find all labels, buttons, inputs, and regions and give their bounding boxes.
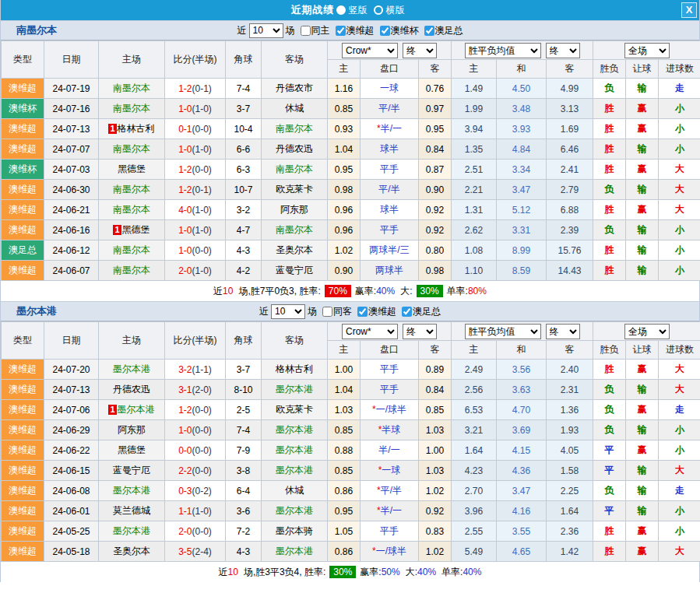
home-team-name: 蓝曼宁厄 bbox=[113, 465, 150, 475]
goals-result-cell: 小 bbox=[659, 261, 700, 281]
league-filter[interactable]: 澳维超 bbox=[330, 24, 375, 37]
col-home-header: 主场 bbox=[99, 41, 165, 79]
away-team-name: 阿东那 bbox=[280, 204, 308, 215]
win-avg-cell: 6.53 bbox=[452, 400, 497, 420]
odds-away-subheader: 客 bbox=[419, 60, 452, 79]
matches-table: 类型日期主场比分(半场)角球客场Crow*终胜平负均值终全场主盘口客主和客胜负让… bbox=[1, 40, 700, 281]
summary-segment: 40% bbox=[417, 567, 436, 577]
horizontal-layout-label[interactable]: 横版 bbox=[386, 4, 405, 17]
away-team-name: 墨尔本港 bbox=[276, 444, 313, 455]
wdl-state-select[interactable]: 终 bbox=[546, 43, 580, 58]
summary-segment: 30% bbox=[329, 566, 356, 578]
home-team-name: 南墨尔本 bbox=[113, 204, 150, 215]
home-team-name: 墨尔本港 bbox=[113, 363, 150, 374]
goals-result-cell: 走 bbox=[659, 79, 700, 99]
odds-source-select[interactable]: Crow* bbox=[342, 324, 398, 339]
corner-cell: 7-2 bbox=[226, 521, 262, 542]
summary-segment: 50% bbox=[382, 567, 400, 577]
league-type-cell: 澳足总 bbox=[2, 240, 44, 261]
handicap-name: 平手 bbox=[380, 525, 399, 536]
handicap-cell: 平/半 bbox=[361, 180, 419, 200]
full-score: 1-0 bbox=[178, 245, 192, 256]
league-filter[interactable]: 澳维超 bbox=[352, 305, 396, 318]
away-team-name: 墨尔本港 bbox=[276, 465, 313, 475]
away-odds-cell: 0.92 bbox=[419, 200, 452, 220]
matches-table: 类型日期主场比分(半场)角球客场Crow*终胜平负均值终全场主盘口客主和客胜负让… bbox=[1, 321, 700, 562]
league-filter[interactable]: 澳足总 bbox=[396, 305, 441, 318]
close-icon[interactable]: X bbox=[681, 2, 697, 18]
away-team-name: 休城 bbox=[285, 485, 304, 496]
draw-avg-cell: 3.34 bbox=[497, 160, 547, 180]
wdl-home-subheader: 主 bbox=[452, 60, 497, 79]
scope-select[interactable]: 全场 bbox=[624, 324, 670, 339]
score-cell: 2-0(0-0) bbox=[165, 521, 226, 542]
handicap-cell: *平/半 bbox=[361, 481, 419, 501]
date-cell: 24-07-06 bbox=[44, 400, 99, 420]
handicap-result-cell: 输 bbox=[626, 79, 659, 99]
date-cell: 24-06-15 bbox=[44, 461, 99, 481]
away-team-cell: 欧克莱卡 bbox=[262, 180, 328, 200]
home-team-cell: 丹德农迅 bbox=[99, 380, 165, 400]
draw-avg-cell: 4.15 bbox=[497, 440, 547, 461]
win-avg-cell: 1.49 bbox=[452, 79, 497, 99]
wdl-source-select[interactable]: 胜平负均值 bbox=[465, 43, 541, 58]
match-row: 澳维超24-07-13丹德农迅3-1(2-0)8-10墨尔本港1.04平手0.8… bbox=[2, 380, 700, 400]
summary-segment: 赢率: bbox=[355, 285, 376, 298]
win-avg-cell: 1.35 bbox=[452, 139, 497, 160]
odds-state-select[interactable]: 终 bbox=[403, 324, 437, 339]
handicap-cell: *一/球半 bbox=[361, 542, 419, 562]
recent-count-select[interactable]: 10 bbox=[249, 23, 283, 38]
league-checkbox[interactable] bbox=[380, 26, 390, 36]
league-filter[interactable]: 澳维杯 bbox=[375, 24, 419, 37]
handicap-name: 平手 bbox=[380, 363, 399, 374]
goals-result-cell: 小 bbox=[659, 521, 700, 542]
league-checkbox[interactable] bbox=[336, 26, 346, 36]
half-score: (1-0) bbox=[192, 104, 212, 114]
lose-avg-cell: 3.13 bbox=[547, 99, 593, 119]
home-odds-cell: 1.03 bbox=[328, 400, 361, 420]
corner-cell: 8-10 bbox=[226, 380, 262, 400]
games-label: 场 bbox=[308, 305, 317, 318]
goals-result-cell: 大 bbox=[659, 180, 700, 200]
wdl-source-select[interactable]: 胜平负均值 bbox=[465, 324, 541, 339]
lose-avg-cell: 4.99 bbox=[547, 79, 593, 99]
goals-result-cell: 小 bbox=[659, 119, 700, 139]
same-venue-filter[interactable]: 同客 bbox=[317, 305, 352, 318]
corner-cell: 4-3 bbox=[226, 542, 262, 562]
win-avg-cell: 1.10 bbox=[452, 261, 497, 281]
same-venue-checkbox[interactable] bbox=[301, 26, 311, 36]
col-date-header: 日期 bbox=[44, 41, 99, 79]
score-cell: 1-0(0-0) bbox=[165, 420, 226, 440]
full-score: 1-2 bbox=[178, 405, 192, 416]
red-card-badge: 1 bbox=[108, 124, 116, 134]
odds-state-select[interactable]: 终 bbox=[403, 43, 437, 58]
win-avg-cell: 3.94 bbox=[452, 119, 497, 139]
recent-count-select[interactable]: 10 bbox=[271, 304, 305, 319]
scope-select[interactable]: 全场 bbox=[624, 43, 670, 58]
league-checkbox[interactable] bbox=[357, 307, 368, 317]
league-checkbox[interactable] bbox=[402, 307, 412, 317]
wdl-state-select[interactable]: 终 bbox=[546, 324, 580, 339]
half-score: (0-0) bbox=[192, 405, 212, 416]
date-cell: 24-06-21 bbox=[44, 200, 99, 220]
vertical-layout-label[interactable]: 竖版 bbox=[349, 4, 368, 17]
same-venue-checkbox[interactable] bbox=[322, 307, 332, 317]
handicap-result-cell: 输 bbox=[626, 220, 659, 240]
goals-result-cell: 大 bbox=[659, 360, 700, 380]
odds-source-select[interactable]: Crow* bbox=[342, 43, 398, 58]
league-checkbox[interactable] bbox=[424, 26, 434, 36]
match-row: 澳维超24-07-061墨尔本港1-2(0-0)2-5欧克莱卡1.03*一/球半… bbox=[2, 400, 700, 420]
goals-result-cell: 大 bbox=[659, 200, 700, 220]
col-corner-header: 角球 bbox=[226, 41, 262, 79]
away-odds-cell: 1.02 bbox=[419, 542, 452, 562]
horizontal-layout-radio[interactable] bbox=[374, 5, 383, 15]
near-label: 近 bbox=[259, 305, 269, 318]
summary-segment: 近 bbox=[213, 285, 223, 298]
handicap-name: 两球半 bbox=[375, 265, 403, 275]
section-header-bar: 墨尔本港近10场同客澳维超澳足总 bbox=[1, 301, 699, 321]
score-cell: 1-0(1-0) bbox=[165, 99, 226, 119]
league-filter[interactable]: 澳足总 bbox=[419, 24, 463, 37]
same-venue-filter[interactable]: 同主 bbox=[295, 24, 330, 37]
vertical-layout-radio[interactable] bbox=[336, 5, 346, 15]
away-odds-cell: 0.90 bbox=[419, 180, 452, 200]
